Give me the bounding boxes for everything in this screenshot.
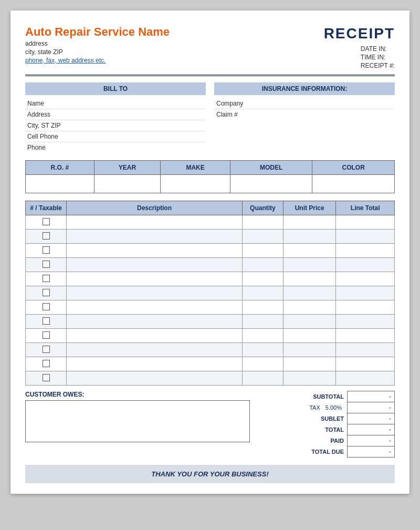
price-cell: [283, 343, 335, 357]
checkbox[interactable]: [43, 218, 50, 225]
total-cell: [336, 300, 395, 315]
total-due-label: TOTAL DUE: [258, 446, 348, 458]
price-cell: [283, 315, 335, 329]
total-cell: [336, 329, 395, 343]
check-cell[interactable]: [26, 329, 67, 343]
table-row: [26, 244, 395, 258]
customer-owes-label: CUSTOMER OWES:: [25, 391, 250, 398]
check-cell[interactable]: [26, 244, 67, 258]
tax-row: TAX5.00% -: [258, 402, 395, 413]
checkbox[interactable]: [43, 275, 50, 282]
time-in-label: TIME IN:: [361, 54, 395, 61]
insurance-section: INSURANCE INFORMATION: Company Claim #: [214, 82, 395, 153]
price-cell: [283, 230, 335, 244]
tax-text: TAX: [309, 404, 320, 411]
checkbox[interactable]: [43, 289, 50, 296]
checkbox[interactable]: [43, 360, 50, 367]
total-cell: [336, 230, 395, 244]
price-cell: [283, 286, 335, 300]
checkbox[interactable]: [43, 261, 50, 268]
sublet-value: -: [348, 413, 395, 424]
qty-cell: [242, 215, 283, 230]
qty-cell: [242, 343, 283, 357]
bill-name: Name: [25, 98, 206, 109]
table-row: [26, 300, 395, 315]
col-ro: R.O. #: [26, 161, 94, 175]
header-left: Auto Repair Service Name address city, s…: [25, 25, 170, 64]
vehicle-make: [161, 175, 230, 193]
price-cell: [283, 272, 335, 286]
receipt-num-label: RECEIPT #:: [361, 62, 395, 69]
checkbox[interactable]: [43, 317, 50, 325]
col-make: MAKE: [161, 161, 230, 175]
total-cell: [336, 215, 395, 230]
bill-to-header: BILL TO: [25, 82, 206, 95]
receipt-page: Auto Repair Service Name address city, s…: [10, 11, 410, 494]
checkbox[interactable]: [43, 374, 50, 381]
insurance-header: INSURANCE INFORMATION:: [214, 82, 395, 95]
check-cell[interactable]: [26, 315, 67, 329]
qty-cell: [242, 357, 283, 371]
checkbox[interactable]: [43, 232, 50, 240]
check-cell[interactable]: [26, 215, 67, 230]
bottom-section: CUSTOMER OWES: SUBTOTAL - TAX5.00% - SUB…: [25, 391, 395, 458]
qty-cell: [242, 371, 283, 386]
tax-rate: 5.00%: [326, 404, 342, 411]
desc-cell: [67, 343, 243, 357]
desc-cell: [67, 329, 243, 343]
desc-cell: [67, 230, 243, 244]
total-due-row: TOTAL DUE -: [258, 446, 395, 458]
vehicle-year: [94, 175, 161, 193]
check-cell[interactable]: [26, 357, 67, 371]
check-cell[interactable]: [26, 343, 67, 357]
check-cell[interactable]: [26, 300, 67, 315]
check-cell[interactable]: [26, 272, 67, 286]
desc-cell: [67, 244, 243, 258]
notes-box[interactable]: [25, 400, 250, 442]
table-row: [26, 258, 395, 272]
price-cell: [283, 300, 335, 315]
header-section: Auto Repair Service Name address city, s…: [25, 25, 395, 69]
qty-cell: [242, 230, 283, 244]
checkbox[interactable]: [43, 303, 50, 310]
desc-cell: [67, 286, 243, 300]
qty-cell: [242, 258, 283, 272]
table-row: [26, 215, 395, 230]
qty-cell: [242, 329, 283, 343]
checkbox[interactable]: [43, 246, 50, 254]
footer: THANK YOU FOR YOUR BUSINESS!: [25, 465, 395, 483]
check-cell[interactable]: [26, 286, 67, 300]
total-cell: [336, 371, 395, 386]
desc-cell: [67, 272, 243, 286]
receipt-title: RECEIPT: [324, 25, 395, 42]
qty-cell: [242, 315, 283, 329]
total-cell: [336, 258, 395, 272]
total-cell: [336, 244, 395, 258]
checkbox[interactable]: [43, 331, 50, 339]
desc-cell: [67, 357, 243, 371]
paid-row: PAID -: [258, 435, 395, 446]
table-row: [26, 371, 395, 386]
bill-insurance-section: BILL TO Name Address City, ST ZIP Cell P…: [25, 82, 395, 153]
customer-owes: CUSTOMER OWES:: [25, 391, 250, 458]
qty-cell: [242, 286, 283, 300]
col-year: YEAR: [94, 161, 161, 175]
check-cell[interactable]: [26, 371, 67, 386]
total-cell: [336, 286, 395, 300]
totals-table: SUBTOTAL - TAX5.00% - SUBLET - TOTAL - P…: [258, 391, 395, 458]
ins-company: Company: [214, 98, 395, 109]
phone-link[interactable]: phone, fax, web address etc.: [25, 57, 170, 64]
vehicle-model: [230, 175, 312, 193]
check-cell[interactable]: [26, 230, 67, 244]
total-value: -: [348, 424, 395, 435]
check-cell[interactable]: [26, 258, 67, 272]
qty-cell: [242, 272, 283, 286]
checkbox[interactable]: [43, 346, 50, 353]
ins-claim: Claim #: [214, 109, 395, 120]
col-quantity: Quantity: [242, 201, 283, 215]
total-label: TOTAL: [258, 424, 348, 435]
total-cell: [336, 357, 395, 371]
total-cell: [336, 343, 395, 357]
total-cell: [336, 272, 395, 286]
col-taxable: # / Taxable: [26, 201, 67, 215]
